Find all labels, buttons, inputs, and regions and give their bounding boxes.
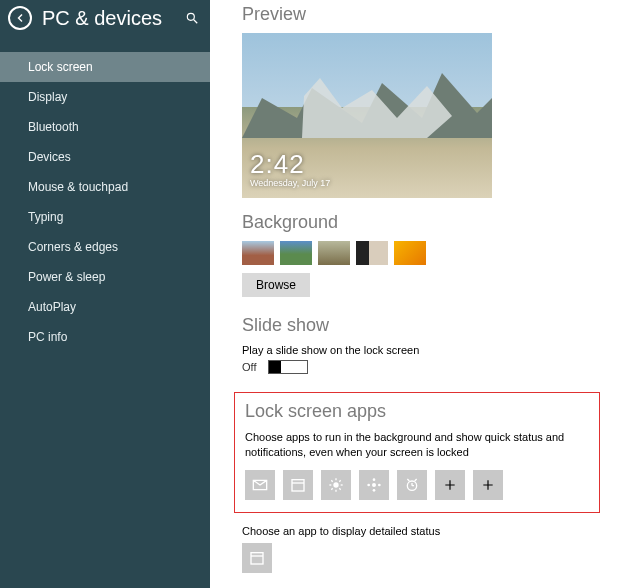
background-thumb-1[interactable] bbox=[242, 241, 274, 265]
slideshow-description: Play a slide show on the lock screen bbox=[242, 344, 606, 356]
network-icon bbox=[366, 477, 382, 493]
svg-line-24 bbox=[415, 479, 417, 481]
quick-status-apps bbox=[245, 470, 589, 500]
clock-date: Wednesday, July 17 bbox=[250, 178, 330, 188]
toggle-knob bbox=[269, 361, 281, 373]
app-tile-mail[interactable] bbox=[245, 470, 275, 500]
detailed-status-tile[interactable] bbox=[242, 543, 272, 573]
background-heading: Background bbox=[242, 212, 606, 233]
nav-item-bluetooth[interactable]: Bluetooth bbox=[0, 112, 210, 142]
plus-icon bbox=[481, 478, 495, 492]
svg-rect-25 bbox=[251, 552, 263, 563]
background-thumbnails bbox=[242, 241, 606, 265]
svg-point-6 bbox=[333, 482, 338, 487]
app-tile-add-1[interactable] bbox=[435, 470, 465, 500]
background-thumb-2[interactable] bbox=[280, 241, 312, 265]
browse-button[interactable]: Browse bbox=[242, 273, 310, 297]
svg-point-0 bbox=[187, 13, 194, 20]
plus-icon bbox=[443, 478, 457, 492]
slideshow-toggle[interactable] bbox=[268, 360, 308, 374]
svg-point-15 bbox=[372, 483, 376, 487]
svg-line-1 bbox=[194, 20, 198, 24]
clock-time: 2:42 bbox=[250, 149, 330, 180]
svg-line-12 bbox=[339, 488, 340, 489]
svg-line-14 bbox=[331, 488, 332, 489]
svg-point-19 bbox=[373, 489, 376, 492]
background-thumb-5[interactable] bbox=[394, 241, 426, 265]
slideshow-heading: Slide show bbox=[242, 315, 606, 336]
clock: 2:42 Wednesday, July 17 bbox=[250, 149, 330, 188]
detailed-status-apps bbox=[242, 543, 606, 573]
nav-item-display[interactable]: Display bbox=[0, 82, 210, 112]
nav-item-autoplay[interactable]: AutoPlay bbox=[0, 292, 210, 322]
nav-item-pc-info[interactable]: PC info bbox=[0, 322, 210, 352]
lockscreen-apps-highlight: Lock screen apps Choose apps to run in t… bbox=[234, 392, 600, 513]
svg-point-16 bbox=[367, 483, 370, 486]
svg-rect-4 bbox=[292, 479, 304, 490]
nav-list: Lock screen Display Bluetooth Devices Mo… bbox=[0, 52, 210, 352]
mail-icon bbox=[252, 477, 268, 493]
preview-heading: Preview bbox=[242, 4, 606, 25]
alarm-icon bbox=[404, 477, 420, 493]
app-tile-add-2[interactable] bbox=[473, 470, 503, 500]
lockscreen-preview: 2:42 Wednesday, July 17 bbox=[242, 33, 492, 198]
sidebar-header: PC & devices bbox=[0, 0, 210, 40]
svg-point-18 bbox=[373, 478, 376, 481]
arrow-left-icon bbox=[14, 12, 26, 24]
search-icon bbox=[185, 11, 199, 25]
app-tile-alarm[interactable] bbox=[397, 470, 427, 500]
calendar-icon bbox=[249, 550, 265, 566]
svg-line-11 bbox=[331, 480, 332, 481]
slideshow-toggle-state: Off bbox=[242, 361, 256, 373]
mountains-art bbox=[242, 68, 492, 138]
back-button[interactable] bbox=[8, 6, 32, 30]
app-tile-calendar[interactable] bbox=[283, 470, 313, 500]
nav-item-mouse-touchpad[interactable]: Mouse & touchpad bbox=[0, 172, 210, 202]
nav-item-typing[interactable]: Typing bbox=[0, 202, 210, 232]
nav-item-devices[interactable]: Devices bbox=[0, 142, 210, 172]
apps-description: Choose apps to run in the background and… bbox=[245, 430, 589, 460]
nav-item-lock-screen[interactable]: Lock screen bbox=[0, 52, 210, 82]
svg-point-17 bbox=[378, 483, 381, 486]
page-title: PC & devices bbox=[42, 7, 182, 30]
background-thumb-4[interactable] bbox=[356, 241, 388, 265]
search-button[interactable] bbox=[182, 8, 202, 28]
sidebar: PC & devices Lock screen Display Bluetoo… bbox=[0, 0, 210, 588]
nav-item-power-sleep[interactable]: Power & sleep bbox=[0, 262, 210, 292]
nav-item-corners-edges[interactable]: Corners & edges bbox=[0, 232, 210, 262]
weather-icon bbox=[328, 477, 344, 493]
svg-marker-3 bbox=[302, 78, 452, 138]
slideshow-toggle-row: Off bbox=[242, 360, 606, 374]
svg-line-13 bbox=[339, 480, 340, 481]
svg-line-23 bbox=[407, 479, 409, 481]
app-tile-weather[interactable] bbox=[321, 470, 351, 500]
apps-heading: Lock screen apps bbox=[245, 401, 589, 422]
background-thumb-3[interactable] bbox=[318, 241, 350, 265]
main-content: Preview 2:42 Wednesday, July 17 Backgrou… bbox=[210, 0, 624, 588]
calendar-icon bbox=[290, 477, 306, 493]
app-tile-network[interactable] bbox=[359, 470, 389, 500]
detailed-status-description: Choose an app to display detailed status bbox=[242, 525, 606, 537]
